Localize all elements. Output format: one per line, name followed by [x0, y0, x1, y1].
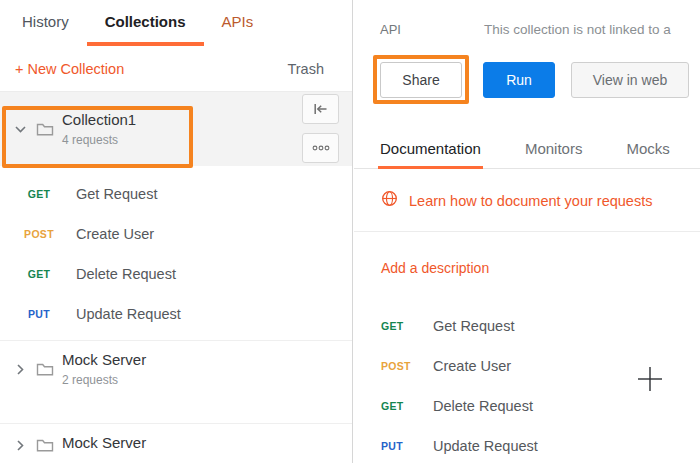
collapse-sidebar-button[interactable] [302, 94, 339, 124]
method-badge: GET [381, 320, 433, 332]
request-name: Update Request [76, 306, 181, 322]
api-label: API [380, 22, 401, 37]
request-name: Create User [433, 358, 511, 374]
sidebar: History Collections APIs + New Collectio… [0, 0, 353, 463]
tab-monitors[interactable]: Monitors [525, 140, 583, 168]
method-badge: GET [381, 400, 433, 412]
method-badge: GET [16, 188, 62, 200]
request-name: Get Request [433, 318, 514, 334]
request-row[interactable]: GET Delete Request [0, 254, 352, 294]
run-button[interactable]: Run [483, 62, 555, 98]
postman-app: History Collections APIs + New Collectio… [0, 0, 700, 463]
request-row[interactable]: PUT Update Request [0, 294, 352, 334]
request-name: Delete Request [433, 398, 533, 414]
arrow-to-bar-left-icon [313, 103, 328, 115]
collection-row-mock-server-2[interactable]: Mock Server [0, 423, 352, 463]
chevron-right-icon[interactable] [8, 440, 32, 451]
api-status-row: API This collection is not linked to a [380, 22, 671, 37]
collection-more-options-button[interactable] [302, 133, 339, 163]
request-row[interactable]: GET Get Request [0, 174, 352, 214]
method-badge: POST [381, 360, 433, 372]
request-name: Create User [76, 226, 154, 242]
collection-request-count: 4 requests [62, 133, 136, 147]
share-button[interactable]: Share [380, 62, 462, 98]
tab-apis[interactable]: APIs [204, 0, 272, 46]
request-row[interactable]: GET Get Request [381, 306, 538, 346]
collection-request-count: 2 requests [62, 373, 146, 387]
collection-name: Collection1 [62, 111, 136, 128]
request-row[interactable]: POST Create User [381, 346, 538, 386]
view-in-web-button[interactable]: View in web [571, 62, 689, 98]
request-row[interactable]: PUT Update Request [381, 426, 538, 463]
sidebar-tabbar: History Collections APIs [0, 0, 352, 46]
request-row[interactable]: POST Create User [0, 214, 352, 254]
learn-documentation-link-row[interactable]: Learn how to document your requests [354, 170, 700, 232]
learn-documentation-link[interactable]: Learn how to document your requests [409, 193, 652, 209]
collection-name: Mock Server [62, 351, 146, 368]
chevron-down-icon[interactable] [8, 126, 32, 133]
request-name: Delete Request [76, 266, 176, 282]
sidebar-actionbar: + New Collection Trash [0, 46, 352, 92]
collection-name: Mock Server [62, 434, 146, 451]
folder-icon [32, 122, 58, 137]
method-badge: GET [16, 268, 62, 280]
folder-icon [32, 438, 58, 453]
collection-action-buttons: Share Run View in web [380, 62, 689, 98]
new-collection-button[interactable]: + New Collection [15, 61, 124, 77]
globe-icon [381, 190, 398, 211]
method-badge: POST [16, 228, 62, 240]
collection-detail-panel: API This collection is not linked to a S… [354, 0, 700, 463]
collection-row[interactable]: Collection1 4 requests [0, 92, 352, 166]
chevron-right-icon[interactable] [8, 364, 32, 375]
collection-request-list: GET Get Request POST Create User GET Del… [0, 166, 352, 334]
request-name: Get Request [76, 186, 157, 202]
collection-row-actions [302, 94, 339, 163]
documentation-request-list: GET Get Request POST Create User GET Del… [381, 306, 538, 463]
method-badge: PUT [381, 440, 433, 452]
tab-mocks[interactable]: Mocks [626, 140, 669, 168]
method-badge: PUT [16, 308, 62, 320]
collection-row-mock-server[interactable]: Mock Server 2 requests [0, 340, 352, 397]
add-description-link[interactable]: Add a description [381, 260, 489, 276]
tab-history[interactable]: History [4, 0, 87, 46]
panel-tabbar: Documentation Monitors Mocks [354, 131, 700, 169]
request-row[interactable]: GET Delete Request [381, 386, 538, 426]
folder-icon [32, 362, 58, 377]
tab-collections[interactable]: Collections [87, 0, 204, 46]
request-name: Update Request [433, 438, 538, 454]
api-link-notice: This collection is not linked to a [484, 22, 671, 37]
tab-documentation[interactable]: Documentation [380, 140, 481, 168]
trash-button[interactable]: Trash [287, 61, 324, 77]
ellipsis-icon [312, 145, 330, 151]
crosshair-cursor-icon [637, 366, 663, 392]
